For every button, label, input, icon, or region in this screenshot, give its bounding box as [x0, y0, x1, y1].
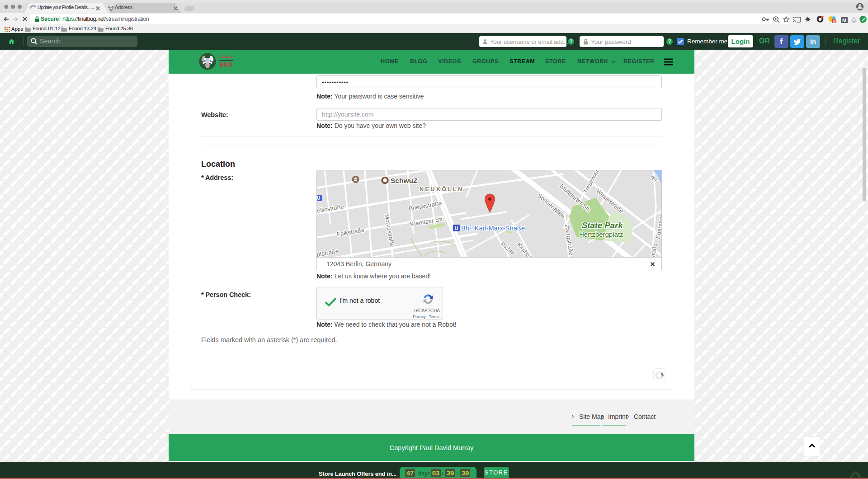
svg-text:SchwuZ: SchwuZ [391, 177, 418, 184]
svg-text:NEUKÖLLN: NEUKÖLLN [420, 186, 463, 193]
svg-text:M: M [842, 18, 846, 23]
svg-text:U: U [317, 196, 320, 201]
svg-text:Hertzbergplatz: Hertzbergplatz [579, 230, 623, 238]
svg-text:3: 3 [833, 19, 835, 23]
svg-text:State Park: State Park [582, 221, 623, 230]
svg-text:Bhf. Karl-Marx-Straße: Bhf. Karl-Marx-Straße [461, 225, 525, 232]
svg-text:U: U [455, 225, 458, 231]
